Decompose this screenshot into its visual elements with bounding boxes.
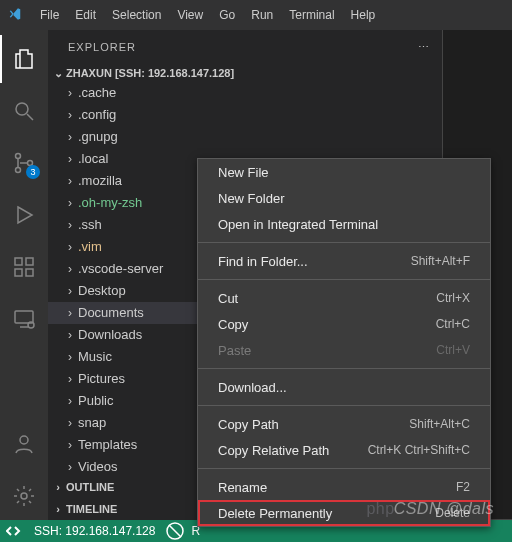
project-name: ZHAXUN [SSH: 192.168.147.128] <box>66 67 234 79</box>
watermark-php: php <box>366 500 394 517</box>
chevron-right-icon: › <box>62 196 78 210</box>
tree-item-label: .gnupg <box>78 129 118 144</box>
chevron-right-icon: › <box>62 328 78 342</box>
source-control-icon[interactable]: 3 <box>0 139 48 187</box>
watermark: php CSDN @dals <box>366 500 494 518</box>
context-menu-label: New Folder <box>218 191 284 206</box>
tree-item-label: .ssh <box>78 217 102 232</box>
chevron-right-icon: › <box>62 394 78 408</box>
chevron-right-icon: › <box>62 174 78 188</box>
context-menu-label: New File <box>218 165 269 180</box>
context-menu-label: Paste <box>218 343 251 358</box>
svg-line-1 <box>27 114 33 120</box>
chevron-right-icon: › <box>62 306 78 320</box>
status-r[interactable]: R <box>163 519 200 542</box>
context-menu-label: Rename <box>218 480 267 495</box>
context-menu: New FileNew FolderOpen in Integrated Ter… <box>197 158 491 527</box>
menu-view[interactable]: View <box>169 4 211 26</box>
context-menu-shortcut: Shift+Alt+C <box>409 417 470 431</box>
svg-rect-9 <box>15 311 33 323</box>
context-menu-shortcut: Ctrl+K Ctrl+Shift+C <box>368 443 470 457</box>
context-menu-item[interactable]: RenameF2 <box>198 474 490 500</box>
menu-help[interactable]: Help <box>343 4 384 26</box>
chevron-right-icon: › <box>62 86 78 100</box>
tree-item[interactable]: ›.cache <box>48 82 442 104</box>
chevron-right-icon: › <box>62 108 78 122</box>
tree-item[interactable]: ›.gnupg <box>48 126 442 148</box>
settings-gear-icon[interactable] <box>0 472 48 520</box>
chevron-down-icon: ⌄ <box>50 67 66 80</box>
context-menu-item[interactable]: CopyCtrl+C <box>198 311 490 337</box>
tree-item-label: Pictures <box>78 371 125 386</box>
scm-badge: 3 <box>26 165 40 179</box>
context-menu-item[interactable]: Find in Folder...Shift+Alt+F <box>198 248 490 274</box>
svg-rect-8 <box>26 258 33 265</box>
context-menu-item[interactable]: Download... <box>198 374 490 400</box>
context-menu-separator <box>198 468 490 469</box>
menu-file[interactable]: File <box>32 4 67 26</box>
tree-item-label: .mozilla <box>78 173 122 188</box>
context-menu-label: Delete Permanently <box>218 506 332 521</box>
menu-go[interactable]: Go <box>211 4 243 26</box>
context-menu-shortcut: Ctrl+V <box>436 343 470 357</box>
sidebar-more-icon[interactable]: ⋯ <box>418 41 430 54</box>
menu-terminal[interactable]: Terminal <box>281 4 342 26</box>
explorer-icon[interactable] <box>0 35 48 83</box>
watermark-csdn: CSDN @dals <box>394 500 494 517</box>
context-menu-shortcut: Ctrl+X <box>436 291 470 305</box>
chevron-right-icon: › <box>62 218 78 232</box>
remote-indicator[interactable]: SSH: 192.168.147.128 <box>6 519 155 542</box>
svg-line-14 <box>169 525 181 537</box>
tree-item-label: Templates <box>78 437 137 452</box>
chevron-right-icon: › <box>62 350 78 364</box>
context-menu-separator <box>198 279 490 280</box>
project-header[interactable]: ⌄ ZHAXUN [SSH: 192.168.147.128] <box>48 65 442 82</box>
context-menu-item[interactable]: CutCtrl+X <box>198 285 490 311</box>
context-menu-item[interactable]: Copy Relative PathCtrl+K Ctrl+Shift+C <box>198 437 490 463</box>
accounts-icon[interactable] <box>0 420 48 468</box>
activity-bar: 3 <box>0 30 48 520</box>
vscode-logo-icon <box>8 7 24 23</box>
chevron-right-icon: › <box>62 152 78 166</box>
tree-item-label: Public <box>78 393 113 408</box>
menu-selection[interactable]: Selection <box>104 4 169 26</box>
svg-rect-5 <box>15 258 22 265</box>
svg-point-0 <box>16 103 28 115</box>
run-debug-icon[interactable] <box>0 191 48 239</box>
tree-item-label: .cache <box>78 85 116 100</box>
context-menu-item[interactable]: Copy PathShift+Alt+C <box>198 411 490 437</box>
sidebar-header: EXPLORER ⋯ <box>48 30 442 65</box>
svg-rect-6 <box>15 269 22 276</box>
chevron-right-icon: › <box>62 262 78 276</box>
svg-point-2 <box>16 154 21 159</box>
context-menu-label: Open in Integrated Terminal <box>218 217 378 232</box>
tree-item-label: Documents <box>78 305 144 320</box>
context-menu-separator <box>198 368 490 369</box>
chevron-right-icon: › <box>50 481 66 493</box>
chevron-right-icon: › <box>62 372 78 386</box>
context-menu-label: Download... <box>218 380 287 395</box>
context-menu-item[interactable]: New Folder <box>198 185 490 211</box>
tree-item[interactable]: ›.config <box>48 104 442 126</box>
chevron-right-icon: › <box>62 284 78 298</box>
context-menu-shortcut: Ctrl+C <box>436 317 470 331</box>
context-menu-label: Copy Path <box>218 417 279 432</box>
context-menu-separator <box>198 242 490 243</box>
chevron-right-icon: › <box>62 130 78 144</box>
extensions-icon[interactable] <box>0 243 48 291</box>
tree-item-label: snap <box>78 415 106 430</box>
svg-point-11 <box>20 436 28 444</box>
menu-bar: File Edit Selection View Go Run Terminal… <box>0 0 512 30</box>
menu-run[interactable]: Run <box>243 4 281 26</box>
tree-item-label: Downloads <box>78 327 142 342</box>
menu-edit[interactable]: Edit <box>67 4 104 26</box>
remote-explorer-icon[interactable] <box>0 295 48 343</box>
context-menu-label: Copy Relative Path <box>218 443 329 458</box>
context-menu-item[interactable]: New File <box>198 159 490 185</box>
tree-item-label: .vscode-server <box>78 261 163 276</box>
context-menu-item[interactable]: Open in Integrated Terminal <box>198 211 490 237</box>
sidebar-title: EXPLORER <box>68 41 136 53</box>
svg-point-3 <box>16 168 21 173</box>
search-icon[interactable] <box>0 87 48 135</box>
chevron-right-icon: › <box>62 240 78 254</box>
